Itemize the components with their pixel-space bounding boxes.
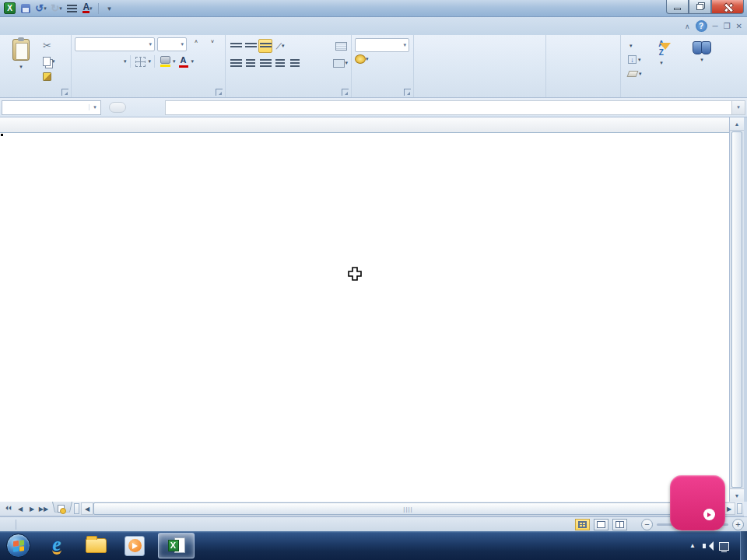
workbook-close-icon[interactable]: ✕ <box>736 22 742 30</box>
restore-button[interactable] <box>689 0 711 14</box>
windows-explorer-button[interactable] <box>80 534 111 558</box>
find-select-button[interactable]: ▾ <box>677 37 727 82</box>
excel-app-icon[interactable]: X <box>3 2 16 15</box>
tab-split-handle[interactable] <box>74 503 79 514</box>
save-button[interactable] <box>19 2 32 15</box>
zoom-out-button[interactable]: − <box>641 519 653 530</box>
workbook-restore-icon[interactable]: ❐ <box>724 22 731 30</box>
worksheet-grid[interactable] <box>0 117 729 502</box>
font-color-qat-button[interactable]: A▾ <box>81 2 94 15</box>
fill-button[interactable]: ↓▾ <box>626 53 644 66</box>
accounting-format-button[interactable]: ▾ <box>355 54 369 64</box>
last-sheet-icon[interactable]: ▶▶ <box>38 506 49 513</box>
sheet-tab-bar: ⏴⏴ ◀ ▶ ▶▶ ◀ |||| ▶ <box>0 502 744 516</box>
show-desktop-button[interactable] <box>740 531 747 560</box>
font-family-combo[interactable]: ▾ <box>75 37 155 51</box>
orientation-button[interactable]: ⟋▾ <box>273 39 287 53</box>
page-layout-view-button[interactable] <box>594 519 608 530</box>
align-top-button[interactable] <box>229 39 243 53</box>
prev-sheet-icon[interactable]: ◀ <box>15 506 26 513</box>
horizontal-scrollbar[interactable]: ◀ |||| ▶ <box>81 502 735 515</box>
media-player-button[interactable] <box>119 534 150 558</box>
folder-icon <box>86 538 107 553</box>
fill-handle[interactable] <box>0 133 4 137</box>
workbook-minimize-icon[interactable]: ─ <box>713 22 718 30</box>
scroll-down-icon[interactable]: ▼ <box>730 488 744 502</box>
fill-color-button[interactable] <box>158 54 172 68</box>
font-size-combo[interactable]: ▾ <box>157 37 187 51</box>
wrap-text-button[interactable] <box>334 39 348 53</box>
center-align-qat-button[interactable] <box>65 2 79 15</box>
cut-button[interactable]: ✂ <box>40 39 58 52</box>
align-bottom-button[interactable] <box>258 39 272 53</box>
grow-font-button[interactable]: ˄ <box>189 37 203 51</box>
collapse-ribbon-icon[interactable]: ∧ <box>685 23 690 30</box>
formula-cancel-enter-area <box>109 102 126 113</box>
clear-button[interactable]: ▾ <box>626 67 644 80</box>
insert-worksheet-button[interactable] <box>52 502 72 516</box>
minimize-button[interactable] <box>666 0 689 14</box>
horizontal-scroll-thumb[interactable]: |||| <box>93 502 723 515</box>
undo-button[interactable]: ↺▾ <box>34 2 47 15</box>
video-watermark-logo <box>670 475 725 530</box>
borders-icon <box>135 57 146 67</box>
window-controls <box>666 0 744 14</box>
merge-center-button[interactable]: ▾ <box>333 56 348 70</box>
volume-icon[interactable] <box>703 541 712 551</box>
redo-button[interactable]: ↻▾ <box>50 2 63 15</box>
excel-taskbar-button[interactable]: X <box>158 533 195 558</box>
first-sheet-icon[interactable]: ⏴⏴ <box>3 505 14 513</box>
network-icon[interactable] <box>719 542 729 551</box>
clipboard-dialog-launcher-icon[interactable] <box>61 89 68 96</box>
copy-button[interactable]: ▾ <box>40 54 58 68</box>
brush-icon <box>43 72 51 81</box>
name-box[interactable]: ▾ <box>2 100 101 115</box>
start-button[interactable] <box>6 534 30 558</box>
align-center-button[interactable] <box>244 56 258 70</box>
help-icon[interactable]: ? <box>696 20 707 32</box>
show-hidden-icons-icon[interactable]: ▲ <box>689 542 696 549</box>
align-right-button[interactable] <box>258 56 272 70</box>
scroll-up-icon[interactable]: ▲ <box>730 117 744 131</box>
qat-separator <box>98 3 99 14</box>
bold-button[interactable] <box>79 54 93 68</box>
name-box-dropdown-icon[interactable]: ▾ <box>89 104 100 110</box>
format-painter-button[interactable] <box>40 70 58 83</box>
borders-button[interactable] <box>134 54 148 68</box>
close-button[interactable] <box>711 0 744 14</box>
vertical-scroll-thumb[interactable] <box>731 131 742 488</box>
number-dialog-launcher-icon[interactable] <box>404 89 411 96</box>
tab-split-handle-right[interactable] <box>737 503 742 514</box>
font-dialog-launcher-icon[interactable] <box>216 89 223 96</box>
formula-input[interactable] <box>165 100 731 115</box>
group-style <box>414 35 546 97</box>
group-number: ▾ ▾ <box>352 35 414 97</box>
underline-button[interactable] <box>109 54 123 68</box>
next-sheet-icon[interactable]: ▶ <box>26 506 37 513</box>
system-tray: ▲ <box>689 531 736 560</box>
vertical-scrollbar[interactable]: ▲ ▼ <box>729 117 744 502</box>
decrease-indent-button[interactable] <box>273 56 287 70</box>
media-player-icon <box>124 536 145 556</box>
internet-explorer-button[interactable]: e <box>41 534 72 558</box>
number-format-combo[interactable]: ▾ <box>355 38 409 52</box>
normal-view-button[interactable] <box>575 519 590 530</box>
customize-qat-button[interactable]: ▾ <box>103 2 116 15</box>
alignment-dialog-launcher-icon[interactable] <box>342 89 349 96</box>
page-break-view-button[interactable] <box>612 519 627 530</box>
column-headers[interactable] <box>0 117 729 133</box>
shrink-font-button[interactable]: ˅ <box>205 37 219 51</box>
expand-formula-bar-icon[interactable]: ▾ <box>731 100 745 115</box>
font-color-button[interactable]: A <box>177 54 191 68</box>
sort-filter-button[interactable]: AZ ▾ <box>646 37 678 82</box>
paste-button[interactable]: ▾ <box>3 37 39 86</box>
align-left-button[interactable] <box>229 56 243 70</box>
scroll-left-icon[interactable]: ◀ <box>81 502 93 515</box>
zoom-in-button[interactable]: + <box>732 519 744 530</box>
italic-button[interactable] <box>94 54 108 68</box>
autosum-button[interactable]: ▾ <box>626 39 644 52</box>
increase-indent-button[interactable] <box>288 56 302 70</box>
align-middle-button[interactable] <box>244 39 258 53</box>
status-separator <box>16 520 16 530</box>
sort-az-filter-icon: AZ <box>654 40 669 58</box>
